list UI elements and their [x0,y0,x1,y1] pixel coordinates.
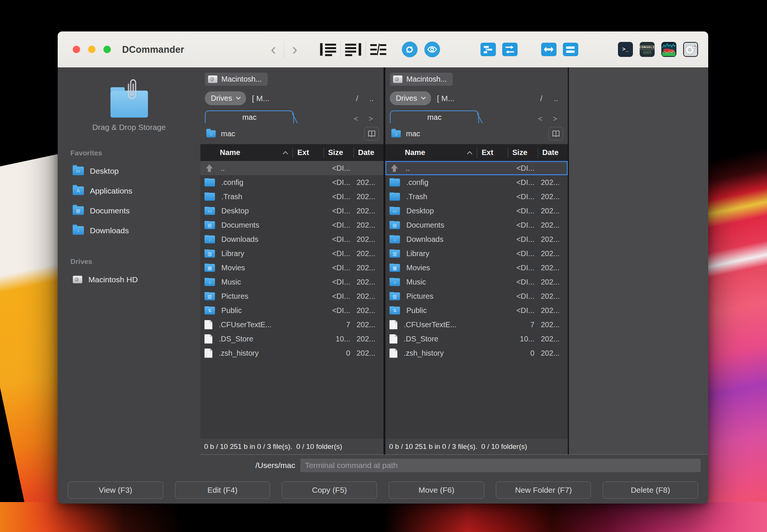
panel-left-cell-name: ▧Pictures [200,292,292,301]
table-row[interactable]: .CFUserTextE...7202... [385,317,568,332]
table-row[interactable]: ↓Downloads<DI...202... [200,232,384,246]
folder-downloads-icon: ↓ [389,235,400,243]
brief-view-icon[interactable] [319,43,337,56]
split-view-icon[interactable] [370,43,387,56]
table-row[interactable]: .CFUserTextE...7202... [200,317,384,332]
table-row[interactable]: ▤Documents<DI...202... [385,218,568,232]
table-row[interactable]: ▦Movies<DI...202... [385,261,568,275]
panel-right-cell-size: <DI... [508,178,538,187]
terminal-app-icon[interactable]: >_ [618,42,633,57]
sidebar-item-downloads[interactable]: ↓Downloads [58,221,200,240]
activity-monitor-app-icon[interactable] [661,42,676,57]
panel-left-column-header-date[interactable]: Date [354,148,384,158]
back-button[interactable]: ‹ [266,40,281,59]
console-app-icon[interactable]: CONSOLE [640,42,655,57]
tree-view-icon[interactable] [480,43,496,56]
table-row[interactable]: ♪Music<DI...202... [385,275,568,289]
panel-right-cell-size: <DI... [508,207,538,215]
panel-right-column-header-date[interactable]: Date [538,148,568,158]
panel-right-column-headers: NameExtSizeDate [385,144,568,161]
panel-left-history-forward-button[interactable]: > [369,115,373,123]
panel-left-cell-date: 202... [354,320,384,329]
move-f6-button[interactable]: Move (F6) [389,481,484,499]
new-folder-f7-button[interactable]: New Folder (F7) [496,481,591,499]
panel-right-root-button[interactable]: / [540,94,542,103]
panel-right-drives-dropdown[interactable]: Drives [390,91,431,105]
edit-f4-button[interactable]: Edit (F4) [175,481,270,499]
panel-left-column-header-ext[interactable]: Ext [292,148,324,158]
table-row[interactable]: ⇅Public<DI...202... [385,303,568,317]
view-f3-button[interactable]: View (F3) [68,481,163,499]
panel-left-drive-button[interactable]: Macintosh... [205,73,268,86]
panel-right-file-name: .Trash [406,192,427,201]
panel-left-file-name: .DS_Store [219,335,253,343]
folder-emblem: ▦ [389,264,400,272]
table-row[interactable]: .zsh_history0202... [385,346,568,360]
up-arrow-icon [389,164,399,172]
table-row[interactable]: .zsh_history0202... [200,346,384,360]
panel-right-bookmarks-button[interactable] [548,127,563,140]
panel-left-file-name: Documents [221,221,259,229]
table-row[interactable]: .DS_Store10...202... [385,332,568,346]
table-row[interactable]: ..<DI... [385,161,568,175]
table-row[interactable]: .config<DI...202... [385,175,568,189]
console-lines [643,51,651,54]
panel-right-column-header-ext[interactable]: Ext [477,148,508,158]
copy-f5-button[interactable]: Copy (F5) [282,481,377,499]
table-row[interactable]: ♪Music<DI...202... [200,275,384,289]
panel-right-up-button[interactable]: .. [554,94,558,103]
table-row[interactable]: ▭Desktop<DI...202... [200,204,384,218]
preview-eye-icon[interactable] [424,42,440,57]
horizontal-split-icon[interactable] [563,43,578,56]
panel-left-tab-mac[interactable]: mac [205,110,294,123]
table-row[interactable]: ⇅Public<DI...202... [200,303,384,317]
table-row[interactable]: ▤Documents<DI...202... [200,218,384,232]
table-row[interactable]: ▥Library<DI...202... [200,246,384,261]
panel-right-history-forward-button[interactable]: > [553,115,557,123]
panel-right-tab-mac[interactable]: mac [390,110,479,123]
panel-left-column-header-size[interactable]: Size [324,148,354,158]
minimize-button[interactable] [88,46,96,53]
panel-left-drives-dropdown[interactable]: Drives [205,91,246,105]
console-label: CONSOLE [640,45,655,50]
dragdrop-storage[interactable]: Drag & Drop Storage [58,82,200,132]
zoom-button[interactable] [103,46,111,53]
compare-dirs-icon[interactable] [502,43,518,56]
panel-right-column-header-name[interactable]: Name [385,148,477,158]
table-row[interactable]: ▧Pictures<DI...202... [385,289,568,303]
panel-left-history-back-button[interactable]: < [354,115,358,123]
full-view-icon[interactable] [345,43,362,56]
table-row[interactable]: .DS_Store10...202... [200,332,384,346]
table-row[interactable]: .Trash<DI...202... [200,189,384,204]
panel-right-drive-button[interactable]: Macintosh... [390,73,453,86]
panel-right-history-back-button[interactable]: < [538,115,543,123]
sidebar-item-macintosh-hd[interactable]: Macintosh HD [58,270,200,289]
table-row[interactable]: ..<DI... [200,161,384,175]
disk-utility-app-icon[interactable] [683,42,698,57]
sidebar-item-documents[interactable]: ▤Documents [58,201,200,221]
swap-panels-icon[interactable] [541,43,557,56]
table-row[interactable]: ▧Pictures<DI...202... [200,289,384,303]
table-row[interactable]: ▦Movies<DI...202... [200,261,384,275]
panel-left-up-button[interactable]: .. [369,94,374,103]
panel-left-column-header-name[interactable]: Name [200,148,292,158]
table-row[interactable]: ▥Library<DI...202... [385,246,568,261]
panel-left-cell-date: 202... [354,192,384,201]
refresh-icon[interactable] [402,42,418,57]
table-row[interactable]: .Trash<DI...202... [385,189,568,204]
close-button[interactable] [73,46,80,53]
table-row[interactable]: ↓Downloads<DI...202... [385,232,568,246]
panel-right-column-header-size[interactable]: Size [508,148,538,158]
table-row[interactable]: ▭Desktop<DI...202... [385,204,568,218]
sidebar-item-applications[interactable]: AApplications [58,181,200,201]
panel-left-bookmarks-button[interactable] [364,127,379,140]
forward-button[interactable]: › [287,40,302,59]
panel-left-root-button[interactable]: / [356,94,358,103]
panel-right-file-name: Downloads [406,235,443,244]
table-row[interactable]: .config<DI...202... [200,175,384,189]
folder-emblem: ↓ [389,236,400,243]
sidebar-item-desktop[interactable]: ▭Desktop [58,161,200,181]
delete-f8-button[interactable]: Delete (F8) [603,481,698,499]
terminal-command-input[interactable] [300,459,701,472]
panel-left-drive-hint: [ M... [252,94,270,103]
